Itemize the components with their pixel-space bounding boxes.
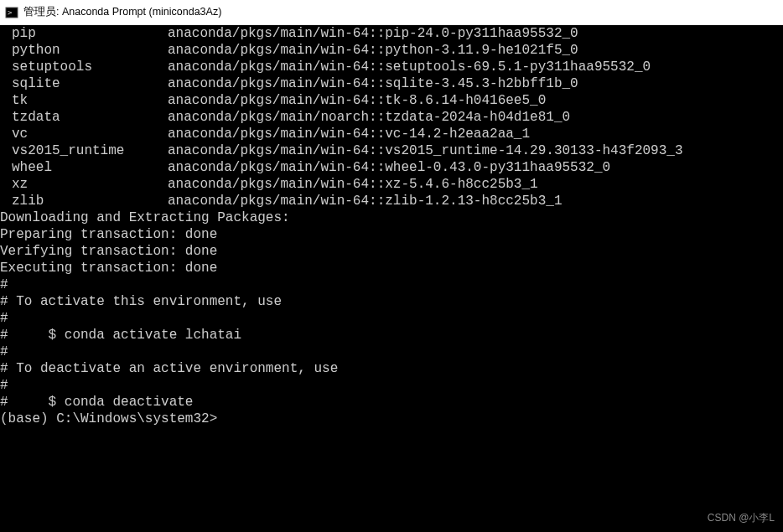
package-name: tk xyxy=(0,92,168,109)
prompt-line: (base) C:\Windows\system32> xyxy=(0,411,783,427)
package-row: zlibanaconda/pkgs/main/win-64::zlib-1.2.… xyxy=(0,193,783,209)
comment-line: # xyxy=(0,377,783,394)
package-name: tzdata xyxy=(0,109,168,126)
package-spec: anaconda/pkgs/main/win-64::python-3.11.9… xyxy=(168,43,578,58)
package-name: vc xyxy=(0,126,168,142)
terminal-icon: > xyxy=(5,6,18,19)
package-spec: anaconda/pkgs/main/win-64::xz-5.4.6-h8cc… xyxy=(168,177,538,192)
activate-command: # $ conda activate lchatai xyxy=(0,327,783,343)
package-row: vcanaconda/pkgs/main/win-64::vc-14.2-h2e… xyxy=(0,126,783,142)
package-spec: anaconda/pkgs/main/win-64::setuptools-69… xyxy=(168,59,651,75)
downloading-line: Downloading and Extracting Packages: xyxy=(0,209,783,226)
package-row: setuptoolsanaconda/pkgs/main/win-64::set… xyxy=(0,59,783,75)
package-row: xzanaconda/pkgs/main/win-64::xz-5.4.6-h8… xyxy=(0,176,783,193)
comment-line: # xyxy=(0,276,783,293)
package-spec: anaconda/pkgs/main/win-64::zlib-1.2.13-h… xyxy=(168,194,562,209)
package-row: pythonanaconda/pkgs/main/win-64::python-… xyxy=(0,42,783,59)
svg-text:>: > xyxy=(8,8,13,17)
deactivate-header: # To deactivate an active environment, u… xyxy=(0,360,783,377)
package-spec: anaconda/pkgs/main/win-64::pip-24.0-py31… xyxy=(168,26,578,41)
package-name: setuptools xyxy=(0,59,168,75)
package-spec: anaconda/pkgs/main/win-64::tk-8.6.14-h04… xyxy=(168,93,546,108)
comment-line: # xyxy=(0,343,783,360)
comment-line: # xyxy=(0,310,783,327)
package-row: wheelanaconda/pkgs/main/win-64::wheel-0.… xyxy=(0,159,783,176)
package-row: tkanaconda/pkgs/main/win-64::tk-8.6.14-h… xyxy=(0,92,783,109)
titlebar[interactable]: > 管理员: Anaconda Prompt (miniconda3Az) xyxy=(0,0,783,25)
package-name: sqlite xyxy=(0,75,168,92)
package-row: sqliteanaconda/pkgs/main/win-64::sqlite-… xyxy=(0,75,783,92)
package-spec: anaconda/pkgs/main/win-64::vc-14.2-h2eaa… xyxy=(168,127,530,142)
terminal-body[interactable]: pipanaconda/pkgs/main/win-64::pip-24.0-p… xyxy=(0,25,783,532)
package-name: pip xyxy=(0,25,168,42)
package-name: python xyxy=(0,42,168,59)
package-spec: anaconda/pkgs/main/win-64::sqlite-3.45.3… xyxy=(168,76,578,91)
package-row: pipanaconda/pkgs/main/win-64::pip-24.0-p… xyxy=(0,25,783,42)
preparing-line: Preparing transaction: done xyxy=(0,226,783,243)
deactivate-command: # $ conda deactivate xyxy=(0,394,783,411)
window-title: 管理员: Anaconda Prompt (miniconda3Az) xyxy=(23,5,221,19)
package-spec: anaconda/pkgs/main/noarch::tzdata-2024a-… xyxy=(168,110,570,125)
package-row: tzdataanaconda/pkgs/main/noarch::tzdata-… xyxy=(0,109,783,126)
package-name: wheel xyxy=(0,159,168,176)
package-name: vs2015_runtime xyxy=(0,142,168,159)
executing-line: Executing transaction: done xyxy=(0,260,783,276)
package-spec: anaconda/pkgs/main/win-64::vs2015_runtim… xyxy=(168,143,683,158)
package-name: xz xyxy=(0,176,168,193)
package-name: zlib xyxy=(0,193,168,209)
activate-header: # To activate this environment, use xyxy=(0,293,783,310)
verifying-line: Verifying transaction: done xyxy=(0,243,783,260)
package-spec: anaconda/pkgs/main/win-64::wheel-0.43.0-… xyxy=(168,160,610,175)
package-row: vs2015_runtimeanaconda/pkgs/main/win-64:… xyxy=(0,142,783,159)
watermark: CSDN @小李L xyxy=(708,511,775,525)
terminal-window: > 管理员: Anaconda Prompt (miniconda3Az) pi… xyxy=(0,0,783,532)
